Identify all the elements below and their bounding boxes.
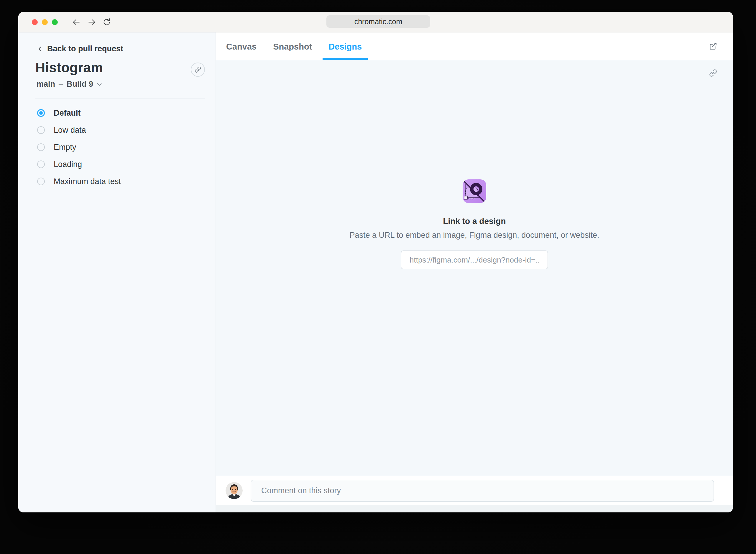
copy-link-button[interactable] xyxy=(191,62,205,77)
story-label: Default xyxy=(54,109,81,118)
chevron-left-icon xyxy=(37,46,43,52)
story-list: Default Low data Empty Loading xyxy=(37,104,207,190)
story-label: Low data xyxy=(54,126,86,135)
story-item-maximum-data-test[interactable]: Maximum data test xyxy=(37,173,207,190)
story-item-default[interactable]: Default xyxy=(37,104,207,121)
designs-panel: Link to a design Paste a URL to embed an… xyxy=(216,60,733,476)
story-item-loading[interactable]: Loading xyxy=(37,156,207,173)
radio-icon xyxy=(37,144,45,151)
comment-input[interactable] xyxy=(251,480,714,502)
design-heading: Link to a design xyxy=(443,217,506,226)
build-label: Build 9 xyxy=(67,80,93,89)
link-design-empty-state: Link to a design Paste a URL to embed an… xyxy=(327,179,622,269)
radio-icon xyxy=(37,126,45,134)
external-link-icon xyxy=(709,42,717,50)
chevron-down-icon xyxy=(96,81,103,88)
close-window-button[interactable] xyxy=(32,19,38,25)
back-to-pull-request-link[interactable]: Back to pull request xyxy=(37,44,123,53)
url-text: chromatic.com xyxy=(355,17,402,26)
refresh-icon[interactable] xyxy=(103,18,111,26)
design-placeholder-icon xyxy=(463,179,486,203)
back-arrow-icon[interactable] xyxy=(72,18,81,26)
sidebar: Back to pull request Histogram main – Bu… xyxy=(18,33,216,512)
window-footer-strip xyxy=(216,505,733,512)
link-icon xyxy=(195,66,201,73)
tab-label: Designs xyxy=(328,42,362,52)
radio-icon xyxy=(37,178,45,185)
tab-bar: Canvas Snapshot Designs xyxy=(216,33,733,60)
back-link-label: Back to pull request xyxy=(47,44,123,53)
branch-build-row: main – Build 9 xyxy=(37,80,103,89)
avatar xyxy=(226,482,243,499)
branch-name: main xyxy=(37,80,55,89)
comment-bar xyxy=(216,476,733,505)
forward-arrow-icon[interactable] xyxy=(87,18,96,26)
minimize-window-button[interactable] xyxy=(42,19,48,25)
story-item-low-data[interactable]: Low data xyxy=(37,121,207,138)
browser-toolbar: chromatic.com xyxy=(18,12,733,33)
tab-snapshot[interactable]: Snapshot xyxy=(267,33,318,60)
dash-separator: – xyxy=(59,80,63,89)
story-title: Histogram xyxy=(36,60,103,75)
story-item-empty[interactable]: Empty xyxy=(37,138,207,156)
radio-selected-icon xyxy=(37,109,45,117)
build-selector[interactable]: Build 9 xyxy=(67,80,103,89)
design-description: Paste a URL to embed an image, Figma des… xyxy=(350,231,600,240)
link-icon xyxy=(709,69,717,77)
radio-icon xyxy=(37,161,45,168)
tab-label: Snapshot xyxy=(273,42,312,52)
main-panel: Canvas Snapshot Designs xyxy=(216,33,733,512)
tab-designs[interactable]: Designs xyxy=(323,33,368,60)
browser-nav-controls xyxy=(72,18,111,26)
design-url-input[interactable] xyxy=(401,251,548,269)
open-external-button[interactable] xyxy=(709,42,717,50)
tab-canvas[interactable]: Canvas xyxy=(220,33,262,60)
story-label: Maximum data test xyxy=(54,177,121,186)
browser-window: chromatic.com Back to pull request Histo… xyxy=(18,12,733,512)
copy-design-link-button[interactable] xyxy=(709,69,717,77)
tab-label: Canvas xyxy=(226,42,256,52)
story-label: Empty xyxy=(54,143,76,152)
desktop-background: chromatic.com Back to pull request Histo… xyxy=(0,0,756,554)
story-label: Loading xyxy=(54,160,82,169)
traffic-lights xyxy=(32,19,58,25)
zoom-window-button[interactable] xyxy=(52,19,58,25)
sidebar-divider xyxy=(36,99,205,99)
address-bar[interactable]: chromatic.com xyxy=(326,15,430,28)
